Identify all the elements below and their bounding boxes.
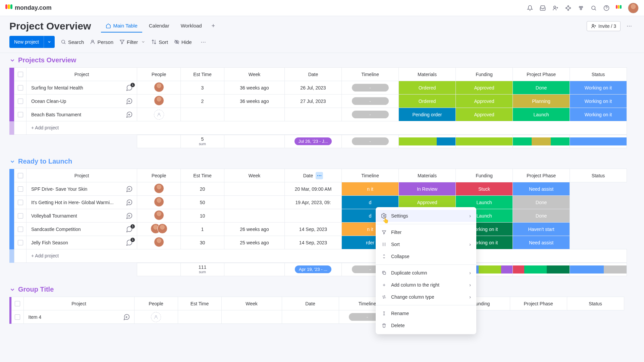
est-cell[interactable]: 20 (181, 182, 224, 196)
people-cell[interactable] (154, 237, 164, 247)
menu-duplicate[interactable]: Duplicate column› (376, 267, 476, 279)
product-switcher-icon[interactable] (616, 5, 622, 11)
chat-icon[interactable] (125, 185, 133, 193)
date-cell[interactable] (285, 108, 342, 121)
phase-cell[interactable]: Done (513, 81, 570, 95)
row-checkbox[interactable] (18, 99, 23, 104)
select-all-checkbox[interactable] (18, 72, 23, 77)
tab-main-table[interactable]: Main Table (101, 19, 142, 33)
column-header-phase[interactable]: Project Phase (510, 297, 567, 310)
sort-button[interactable]: Sort (151, 39, 168, 45)
week-cell[interactable]: 36 weeks ago (224, 81, 285, 95)
funding-cell[interactable]: Approved (456, 95, 513, 108)
row-checkbox[interactable] (18, 240, 23, 245)
status-cell[interactable]: Done (513, 196, 570, 209)
table-row[interactable]: It's Getting Hot in Here- Global Warmi..… (9, 196, 627, 209)
row-checkbox[interactable] (15, 314, 20, 320)
est-cell[interactable] (178, 310, 221, 324)
date-cell[interactable]: 14 Sep, 2023 (285, 236, 342, 249)
person-filter-button[interactable]: Person (90, 39, 113, 45)
people-cell[interactable] (154, 210, 164, 220)
people-cell[interactable] (154, 96, 164, 106)
row-checkbox[interactable] (18, 227, 23, 232)
column-header-materials[interactable]: Materials (399, 68, 456, 81)
menu-delete[interactable]: Delete (376, 319, 476, 331)
column-more-button[interactable]: ⋯ (316, 172, 323, 179)
new-project-button[interactable]: New project (9, 36, 55, 48)
bell-icon[interactable] (527, 5, 533, 11)
chevron-down-icon[interactable] (9, 287, 15, 293)
chat-icon[interactable]: 1 (125, 226, 133, 233)
materials-cell[interactable]: Ordered (399, 95, 456, 108)
column-header-status[interactable]: Status (570, 68, 627, 81)
project-name[interactable]: Volleyball Tournament (31, 213, 77, 219)
est-cell[interactable]: 30 (181, 236, 224, 249)
date-cell[interactable]: 14 Sep, 2023 (285, 223, 342, 236)
status-cell[interactable]: Working on it (570, 108, 627, 121)
chevron-down-icon[interactable] (9, 159, 15, 165)
column-header-date[interactable]: Date (282, 297, 339, 310)
week-cell[interactable] (224, 182, 285, 196)
status-cell[interactable]: Done (513, 209, 570, 223)
project-name[interactable]: Ocean Clean-Up (31, 99, 66, 104)
teams-icon[interactable] (578, 5, 584, 11)
menu-filter[interactable]: Filter (376, 226, 476, 238)
add-project-row[interactable]: + Add project (9, 249, 627, 263)
invite-icon[interactable] (552, 5, 559, 11)
column-header-timeline[interactable]: Timeline (342, 68, 399, 81)
add-view-button[interactable]: + (209, 21, 218, 31)
column-header-phase[interactable]: Project Phase (513, 169, 570, 182)
funding-cell[interactable]: Approved (456, 81, 513, 95)
group-title[interactable]: Projects Overview (18, 56, 76, 64)
table-row[interactable]: Beach Bats Tournament - Pending order Ap… (9, 108, 627, 121)
tab-calendar[interactable]: Calendar (144, 19, 174, 33)
est-cell[interactable] (181, 108, 224, 121)
search-icon[interactable] (590, 5, 597, 11)
project-name[interactable]: Jelly Fish Season (31, 240, 68, 245)
column-header-status[interactable]: Status (570, 169, 627, 182)
est-cell[interactable]: 1 (181, 223, 224, 236)
menu-settings[interactable]: Settings› (376, 210, 476, 222)
search-button[interactable]: Search (61, 39, 84, 45)
column-header-week[interactable]: Week (224, 68, 285, 81)
week-cell[interactable] (221, 310, 282, 324)
select-all-checkbox[interactable] (18, 173, 23, 178)
chat-icon[interactable] (125, 98, 133, 105)
chat-icon[interactable] (123, 313, 130, 321)
chat-icon[interactable] (125, 111, 133, 118)
table-row[interactable]: Item 4 - (9, 310, 624, 324)
group-title[interactable]: Group Title (18, 286, 54, 293)
menu-changetype[interactable]: Change column type› (376, 291, 476, 303)
person-empty-icon[interactable] (151, 312, 161, 322)
column-header-est[interactable]: Est Time (181, 169, 224, 182)
row-checkbox[interactable] (18, 200, 23, 205)
chevron-down-icon[interactable] (9, 57, 15, 63)
chevron-down-icon[interactable] (44, 36, 55, 48)
hide-button[interactable]: Hide (174, 39, 192, 45)
column-header-people[interactable]: People (134, 297, 178, 310)
column-header-date[interactable]: Date (285, 68, 342, 81)
phase-cell[interactable]: Stuck (456, 182, 513, 196)
help-icon[interactable] (603, 5, 610, 11)
date-cell[interactable]: 19 Apr, 2023, 09: (285, 196, 342, 209)
chat-icon[interactable] (125, 212, 133, 220)
column-header-date[interactable]: Date⋯ (285, 169, 342, 182)
column-header-materials[interactable]: Materials (399, 169, 456, 182)
funding-cell[interactable]: Approved (456, 108, 513, 121)
menu-collapse[interactable]: Collapse (376, 250, 476, 262)
menu-addcol[interactable]: +Add column to the right› (376, 279, 476, 291)
week-cell[interactable] (224, 196, 285, 209)
table-row[interactable]: Surfing for Mental Health1 3 36 weeks ag… (9, 81, 627, 95)
week-cell[interactable] (224, 209, 285, 223)
funding-cell[interactable]: In Review (399, 182, 456, 196)
phase-cell[interactable]: Launch (513, 108, 570, 121)
column-header-est[interactable]: Est Time (178, 297, 221, 310)
inbox-icon[interactable] (539, 5, 546, 11)
materials-cell[interactable]: n it (342, 182, 399, 196)
project-name[interactable]: Sandcastle Competition (31, 227, 81, 232)
status-cell[interactable]: Working on it (570, 95, 627, 108)
chat-icon[interactable]: 1 (125, 239, 133, 246)
person-empty-icon[interactable] (154, 110, 164, 120)
column-header-status[interactable]: Status (567, 297, 624, 310)
week-cell[interactable] (224, 108, 285, 121)
